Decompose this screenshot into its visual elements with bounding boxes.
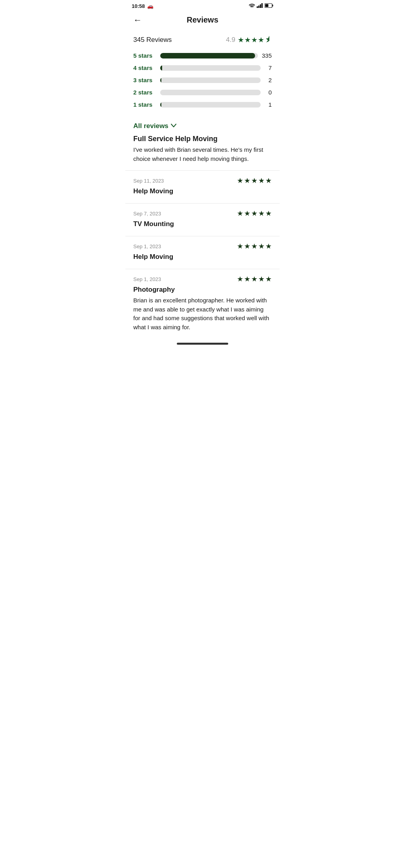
review-star-1-3: ★ — [251, 176, 257, 185]
review-star-1-1: ★ — [237, 176, 243, 185]
svg-rect-6 — [265, 4, 269, 7]
all-reviews-header: All reviews — [125, 114, 280, 133]
star-3: ★ — [251, 36, 257, 44]
status-bar: 10:58 🚗 — [125, 0, 280, 11]
review-meta-1: Sep 11, 2023 ★ ★ ★ ★ ★ — [133, 176, 272, 185]
review-title-2: TV Mounting — [133, 220, 272, 228]
time-display: 10:58 — [132, 3, 145, 9]
bar-count-1: 1 — [265, 101, 272, 108]
review-title-4: Photography — [133, 286, 272, 294]
review-meta-3: Sep 1, 2023 ★ ★ ★ ★ ★ — [133, 242, 272, 251]
bar-track-3 — [160, 77, 261, 83]
review-star-1-4: ★ — [258, 176, 265, 185]
bar-track-1 — [160, 102, 261, 108]
back-arrow-icon: ← — [133, 15, 142, 25]
bar-count-5: 335 — [262, 52, 272, 59]
rating-label-1: 1 stars — [133, 101, 156, 108]
review-star-4-3: ★ — [251, 275, 257, 283]
bar-count-3: 2 — [265, 77, 272, 83]
review-star-4-4: ★ — [258, 275, 265, 283]
bar-track-4 — [160, 65, 261, 71]
star-1: ★ — [238, 36, 244, 44]
lyft-icon: 🚗 — [147, 3, 153, 9]
all-reviews-dropdown[interactable]: All reviews — [133, 122, 272, 130]
svg-rect-1 — [258, 6, 259, 8]
review-date-4: Sep 1, 2023 — [133, 276, 161, 282]
rating-row-4: 4 stars 7 — [133, 64, 272, 71]
review-star-2-1: ★ — [237, 209, 243, 218]
rating-row-2: 2 stars 0 — [133, 89, 272, 96]
home-bar — [177, 343, 228, 345]
rating-label-2: 2 stars — [133, 89, 156, 96]
review-star-1-2: ★ — [244, 176, 250, 185]
back-button[interactable]: ← — [132, 13, 144, 27]
status-left: 10:58 🚗 — [132, 3, 153, 9]
review-star-2-2: ★ — [244, 209, 250, 218]
svg-rect-2 — [260, 4, 261, 8]
review-star-1-5: ★ — [265, 176, 272, 185]
review-item-1: Sep 11, 2023 ★ ★ ★ ★ ★ Help Moving — [125, 170, 280, 203]
review-stars-4: ★ ★ ★ ★ ★ — [237, 275, 272, 283]
bar-track-5 — [160, 53, 258, 58]
first-review-partial: Full Service Help Moving I've worked wit… — [125, 133, 280, 170]
review-date-1: Sep 11, 2023 — [133, 178, 164, 184]
review-star-2-4: ★ — [258, 209, 265, 218]
review-text-4: Brian is an excellent photographer. He w… — [133, 296, 272, 332]
review-meta-4: Sep 1, 2023 ★ ★ ★ ★ ★ — [133, 275, 272, 283]
bar-track-2 — [160, 90, 261, 95]
bar-fill-1 — [160, 102, 161, 108]
page-title: Reviews — [187, 15, 218, 25]
review-star-2-3: ★ — [251, 209, 257, 218]
svg-rect-0 — [257, 6, 258, 8]
all-reviews-label-text: All reviews — [133, 122, 168, 130]
rating-number: 4.9 — [226, 36, 235, 44]
star-2: ★ — [244, 36, 251, 44]
review-title-1: Help Moving — [133, 187, 272, 195]
review-stars-1: ★ ★ ★ ★ ★ — [237, 176, 272, 185]
review-star-4-2: ★ — [244, 275, 250, 283]
review-date-3: Sep 1, 2023 — [133, 243, 161, 249]
review-item-4: Sep 1, 2023 ★ ★ ★ ★ ★ Photography Brian … — [125, 269, 280, 339]
rating-row-3: 3 stars 2 — [133, 77, 272, 83]
review-stars-2: ★ ★ ★ ★ ★ — [237, 209, 272, 218]
header: ← Reviews — [125, 11, 280, 31]
rating-label-5: 5 stars — [133, 52, 156, 59]
review-star-4-5: ★ — [265, 275, 272, 283]
review-item-3: Sep 1, 2023 ★ ★ ★ ★ ★ Help Moving — [125, 236, 280, 269]
review-star-3-3: ★ — [251, 242, 257, 251]
star-4: ★ — [258, 36, 264, 44]
rating-summary: 345 Reviews 4.9 ★ ★ ★ ★ ⯨ 5 stars 335 4 … — [125, 31, 280, 114]
star-half: ⯨ — [265, 36, 272, 44]
review-date-2: Sep 7, 2023 — [133, 211, 161, 217]
first-review-title: Full Service Help Moving — [133, 135, 272, 143]
svg-rect-3 — [261, 3, 263, 8]
chevron-down-icon — [171, 123, 176, 129]
bar-fill-3 — [160, 77, 161, 83]
svg-rect-5 — [273, 5, 273, 7]
bar-fill-4 — [160, 65, 162, 71]
review-star-3-5: ★ — [265, 242, 272, 251]
wifi-icon — [249, 3, 255, 9]
review-star-4-1: ★ — [237, 275, 243, 283]
status-right — [249, 3, 273, 9]
bar-count-2: 0 — [265, 89, 272, 96]
overall-stars: ★ ★ ★ ★ ⯨ — [238, 36, 272, 44]
battery-icon — [265, 3, 273, 9]
signal-icon — [257, 3, 263, 9]
review-star-3-1: ★ — [237, 242, 243, 251]
rating-row-5: 5 stars 335 — [133, 52, 272, 59]
review-stars-3: ★ ★ ★ ★ ★ — [237, 242, 272, 251]
rating-label-4: 4 stars — [133, 64, 156, 71]
reviews-list: Full Service Help Moving I've worked wit… — [125, 133, 280, 339]
review-item-2: Sep 7, 2023 ★ ★ ★ ★ ★ TV Mounting — [125, 203, 280, 236]
rating-label-3: 3 stars — [133, 77, 156, 83]
review-meta-2: Sep 7, 2023 ★ ★ ★ ★ ★ — [133, 209, 272, 218]
review-star-3-4: ★ — [258, 242, 265, 251]
review-star-2-5: ★ — [265, 209, 272, 218]
rating-row-1: 1 stars 1 — [133, 101, 272, 108]
review-star-3-2: ★ — [244, 242, 250, 251]
rating-score-row: 4.9 ★ ★ ★ ★ ⯨ — [226, 36, 272, 44]
first-review-text: I've worked with Brian several times. He… — [133, 145, 272, 163]
review-count: 345 Reviews — [133, 36, 172, 44]
bar-count-4: 7 — [265, 64, 272, 71]
